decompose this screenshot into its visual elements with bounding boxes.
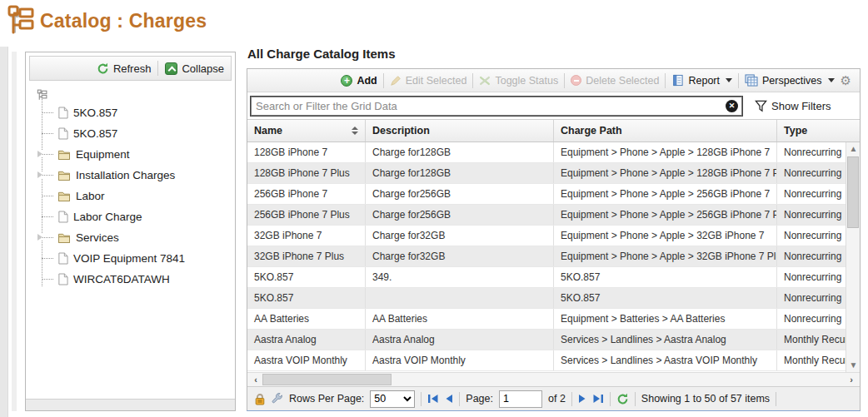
tree-item-labor-charge[interactable]: Labor Charge (32, 206, 232, 227)
refresh-icon (97, 62, 109, 75)
gear-icon[interactable]: ⚙ (841, 74, 851, 87)
tree-item-5ko-857[interactable]: 5KO.857 (32, 123, 232, 144)
cell-charge-path: Services > Landlines > Aastra Analog (554, 330, 777, 350)
sidebar-footer-bar (26, 399, 235, 410)
tree-item-label: Labor Charge (73, 211, 142, 223)
scroll-down-icon[interactable]: ▼ (846, 359, 861, 372)
column-header-type[interactable]: Type (777, 120, 860, 141)
cell-charge-path: 5KO.857 (554, 288, 777, 308)
next-page-button[interactable] (578, 394, 586, 404)
expand-icon[interactable] (37, 171, 42, 178)
previous-page-button[interactable] (445, 394, 453, 404)
table-row[interactable]: 128GB iPhone 7Charge for128GBEquipment >… (247, 142, 846, 163)
cell-charge-path: Equipment > Phone > Apple > 256GB iPhone… (554, 184, 777, 204)
horizontal-scrollbar[interactable]: ‹ › (247, 372, 860, 386)
tree-item-voip-equipment-7841[interactable]: VOIP Equipment 7841 (32, 248, 232, 269)
cell-name: 32GB iPhone 7 Plus (247, 246, 366, 266)
cell-name: AA Batteries (247, 309, 366, 329)
vertical-scrollbar[interactable]: ▲ ▼ (846, 142, 860, 372)
tree-item-5ko-857[interactable]: 5KO.857 (32, 102, 232, 123)
tree-item-services[interactable]: Services (32, 227, 232, 248)
wrench-icon[interactable] (272, 393, 283, 405)
cell-charge-path: Equipment > Batteries > AA Batteries (554, 309, 777, 329)
table-row[interactable]: 5KO.8575KO.857Nonrecurring (247, 288, 846, 309)
table-row[interactable]: Aastra AnalogAastra AnalogServices > Lan… (247, 330, 846, 350)
table-row[interactable]: AA BatteriesAA BatteriesEquipment > Batt… (247, 309, 846, 330)
table-row[interactable]: 32GB iPhone 7Charge for32GBEquipment > P… (247, 226, 846, 246)
search-input[interactable] (250, 96, 743, 117)
refresh-tree-button[interactable]: Refresh (97, 62, 152, 75)
clear-search-icon[interactable]: ✕ (726, 100, 738, 112)
collapse-tree-button[interactable]: Collapse (165, 62, 224, 75)
cell-description: Charge for32GB (366, 226, 554, 246)
column-header-description[interactable]: Description (366, 120, 554, 141)
folder-icon (57, 232, 71, 243)
last-page-button[interactable] (592, 394, 604, 404)
tree-item-wircat6datawh[interactable]: WIRCAT6DATAWH (32, 269, 232, 290)
cell-description: Aastra VOIP Monthly (366, 350, 554, 370)
refresh-label: Refresh (113, 62, 152, 75)
page-number-input[interactable] (499, 390, 542, 408)
funnel-icon (755, 100, 767, 112)
vertical-scroll-thumb[interactable] (847, 156, 859, 228)
column-header-name[interactable]: Name (247, 120, 366, 141)
tree-item-equipment[interactable]: Equipment (32, 144, 232, 165)
file-icon (57, 252, 68, 265)
sidebar-toolbar: Refresh Collapse (29, 56, 232, 81)
pager-divider (459, 392, 460, 406)
cell-description: Charge for32GB (366, 246, 554, 266)
rows-per-page-select[interactable]: 50 (370, 390, 415, 408)
table-row[interactable]: Aastra VOIP MonthlyAastra VOIP MonthlySe… (247, 350, 846, 371)
cell-charge-path: Services > Landlines > Aastra VOIP Month… (554, 350, 777, 370)
cell-name: 128GB iPhone 7 (247, 142, 366, 162)
tree-item-labor[interactable]: Labor (32, 186, 232, 206)
expand-icon[interactable] (37, 151, 42, 157)
add-button[interactable]: + Add (341, 75, 377, 87)
cell-description: Charge for128GB (366, 142, 554, 162)
show-filters-button[interactable]: Show Filters (755, 100, 831, 112)
cell-description: AA Batteries (366, 309, 554, 329)
scroll-left-icon[interactable]: ‹ (249, 373, 262, 386)
horizontal-scroll-thumb[interactable] (262, 374, 392, 385)
column-header-charge-path[interactable]: Charge Path (554, 120, 777, 141)
tree-item-installation-charges[interactable]: Installation Charges (32, 165, 232, 186)
grid-title: All Charge Catalog Items (247, 47, 396, 61)
table-row[interactable]: 5KO.857349.5KO.857Nonrecurring (247, 267, 846, 288)
folder-icon (57, 170, 71, 181)
table-row[interactable]: 256GB iPhone 7Charge for256GBEquipment >… (247, 184, 846, 205)
cell-description: Charge for256GB (366, 205, 554, 225)
expand-icon[interactable] (37, 234, 42, 241)
toolbar-divider (472, 73, 473, 88)
tree-item-label: 5KO.857 (73, 107, 117, 119)
add-icon: + (341, 75, 352, 87)
perspectives-dropdown-button[interactable]: Perspectives (745, 74, 835, 87)
grid-header: Name Description Charge Path Type (247, 119, 860, 142)
first-page-button[interactable] (427, 394, 439, 404)
cell-name: 5KO.857 (247, 288, 366, 308)
table-row[interactable]: 128GB iPhone 7 PlusCharge for128GBEquipm… (247, 163, 846, 184)
search-wrap: ✕ (250, 96, 743, 117)
toolbar-divider (738, 73, 739, 88)
cell-description: Charge for128GB (366, 163, 554, 183)
toggle-status-button[interactable]: Toggle Status (479, 75, 558, 87)
cell-description: Aastra Analog (366, 330, 554, 350)
table-row[interactable]: 32GB iPhone 7 PlusCharge for32GBEquipmen… (247, 246, 846, 267)
report-dropdown-button[interactable]: Report (671, 74, 732, 87)
catalog-tree-panel: Refresh Collapse 5KO.8575KO.857Equipment… (25, 52, 236, 411)
chevron-down-icon (726, 78, 732, 82)
cell-name: 256GB iPhone 7 (247, 184, 366, 204)
file-icon (57, 273, 68, 285)
tree-item-label: Labor (76, 190, 105, 202)
folder-icon (57, 149, 71, 160)
scroll-up-icon[interactable]: ▲ (846, 142, 861, 156)
tree-root-node[interactable] (32, 87, 232, 102)
edit-selected-button[interactable]: Edit Selected (390, 75, 467, 87)
table-row[interactable]: 256GB iPhone 7 PlusCharge for256GBEquipm… (247, 205, 846, 226)
scroll-right-icon[interactable]: › (845, 373, 858, 386)
delete-selected-button[interactable]: Delete Selected (571, 75, 659, 87)
toolbar-divider (157, 61, 158, 76)
sort-icon[interactable] (352, 127, 358, 135)
refresh-grid-button[interactable] (616, 393, 629, 405)
chevron-down-icon (828, 78, 835, 82)
cell-description (366, 288, 554, 308)
